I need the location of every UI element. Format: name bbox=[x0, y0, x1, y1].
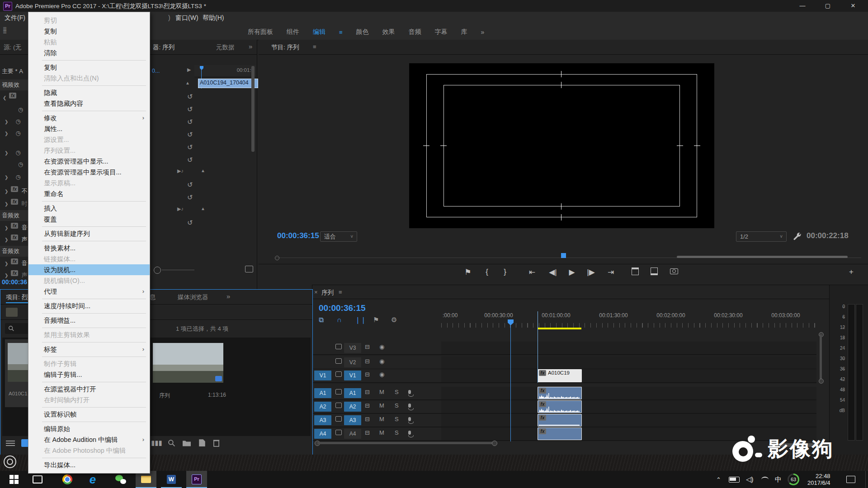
context-menu-item[interactable]: 标签› bbox=[28, 344, 150, 355]
solo-button[interactable]: S bbox=[395, 402, 399, 409]
context-menu-item[interactable]: 清除 bbox=[28, 47, 150, 58]
clip-label[interactable]: A010C1 bbox=[9, 391, 28, 396]
panel-menu-icon[interactable]: ≡ bbox=[313, 43, 316, 50]
context-menu-item[interactable]: 在源监视器中打开 bbox=[28, 384, 150, 394]
context-menu-item[interactable]: 导出媒体... bbox=[28, 460, 150, 470]
workspace-tab-所有面板[interactable]: 所有面板 bbox=[248, 28, 273, 36]
stopwatch-icon[interactable]: ◷ bbox=[18, 106, 23, 113]
lift-icon[interactable] bbox=[628, 267, 642, 277]
context-menu-item[interactable]: 禁用主剪辑效果 bbox=[28, 329, 150, 340]
info-tab-fragment[interactable]: 息 bbox=[150, 293, 156, 301]
source-patch-A3[interactable]: A3 bbox=[314, 415, 331, 425]
track-lane[interactable] bbox=[441, 414, 816, 427]
program-timecode[interactable]: 00:00:36:15 bbox=[277, 231, 319, 240]
track-output-icon[interactable]: ⊟ bbox=[365, 416, 370, 422]
show-desktop-divider[interactable] bbox=[865, 471, 866, 488]
track-lane[interactable] bbox=[441, 369, 816, 383]
program-playhead-icon[interactable] bbox=[561, 253, 566, 258]
context-menu-item[interactable]: 代理› bbox=[28, 286, 150, 297]
linked-selection-icon[interactable]: ❘❘ bbox=[355, 316, 366, 324]
context-menu-item[interactable]: 修改› bbox=[28, 113, 150, 123]
ime-indicator[interactable]: 中 bbox=[775, 471, 782, 488]
timeline-tab[interactable]: 序列 bbox=[321, 289, 334, 297]
track-output-icon[interactable]: ⊟ bbox=[365, 402, 370, 409]
track-output-icon[interactable]: ⊟ bbox=[365, 358, 370, 365]
track-eye-icon[interactable]: ◉ bbox=[379, 343, 384, 350]
minimize-button[interactable]: — bbox=[792, 0, 813, 12]
export-frame-icon[interactable] bbox=[667, 267, 681, 277]
scrubber-zoom-bar[interactable] bbox=[677, 256, 848, 258]
mini-ruler[interactable]: 00:01:0 bbox=[194, 65, 256, 77]
timeline-clip[interactable]: fxA010C19 bbox=[538, 369, 582, 382]
sequence-thumbnail[interactable] bbox=[153, 343, 223, 383]
program-monitor-tab[interactable]: 节目: 序列 bbox=[271, 43, 299, 52]
chevron-right-icon[interactable]: ❯ bbox=[5, 261, 8, 266]
track-target-A4[interactable]: A4 bbox=[344, 429, 361, 439]
chevron-right-icon[interactable]: ❯ bbox=[5, 189, 8, 194]
zoom-slider-handle[interactable] bbox=[154, 267, 161, 274]
close-panel-icon[interactable]: × bbox=[314, 289, 318, 296]
track-target-A3[interactable]: A3 bbox=[344, 415, 361, 425]
mini-timeline-clip[interactable]: A010C194_170404 bbox=[198, 79, 258, 88]
mini-timecode[interactable]: 0... bbox=[152, 68, 160, 74]
play-audio-icon[interactable]: ▶♪ bbox=[177, 206, 184, 212]
context-menu-item[interactable]: 设为脱机... bbox=[28, 264, 150, 275]
timeline-clip[interactable]: fx bbox=[538, 400, 582, 413]
workspace-tab-组件[interactable]: 组件 bbox=[287, 28, 299, 36]
context-menu-item[interactable]: 脱机编辑(O)... bbox=[28, 275, 150, 286]
scroll-up-icon[interactable]: ▲ bbox=[201, 168, 205, 173]
track-eye-icon[interactable]: ◉ bbox=[379, 358, 384, 365]
context-menu-item[interactable]: 剪切 bbox=[28, 15, 150, 26]
nested-sequence-icon[interactable]: ⧉ bbox=[319, 316, 324, 324]
context-menu-item[interactable]: 从剪辑新建序列 bbox=[28, 228, 150, 239]
panel-overflow-chevron-icon[interactable]: » bbox=[226, 292, 230, 300]
track-target-A1[interactable]: A1 bbox=[344, 388, 361, 398]
context-menu-item[interactable]: 显示原稿... bbox=[28, 178, 150, 188]
context-menu-item[interactable]: 编辑原始 bbox=[28, 423, 150, 434]
effect-controls-scrollbar[interactable] bbox=[251, 66, 255, 152]
context-menu-item[interactable]: 编辑子剪辑... bbox=[28, 369, 150, 380]
track-lock-icon[interactable] bbox=[335, 403, 342, 408]
add-marker-icon[interactable]: ⚑ bbox=[373, 316, 379, 324]
voiceover-mic-icon[interactable] bbox=[408, 416, 414, 424]
context-menu-item[interactable]: 序列设置... bbox=[28, 145, 150, 156]
timeline-settings-wrench-icon[interactable]: ⚙ bbox=[391, 316, 397, 324]
media-browser-tab[interactable]: 媒体浏览器 bbox=[178, 293, 208, 301]
play-button[interactable]: ▶ bbox=[565, 267, 579, 277]
workspace-tab-库[interactable]: 库 bbox=[461, 28, 467, 36]
context-menu-item[interactable]: 粘贴 bbox=[28, 37, 150, 47]
voiceover-mic-icon[interactable] bbox=[408, 429, 414, 437]
scrubber-left-handle[interactable] bbox=[275, 256, 279, 260]
effect-controls-tab[interactable]: 器: 序列 bbox=[153, 43, 175, 52]
timeline-timecode[interactable]: 00:00:36:15 bbox=[319, 303, 366, 313]
context-menu-item[interactable]: 链接媒体... bbox=[28, 253, 150, 264]
workspace-tab-编辑[interactable]: 编辑 bbox=[313, 28, 326, 36]
context-menu-item[interactable]: 覆盖 bbox=[28, 214, 150, 225]
chevron-right-icon[interactable]: ❯ bbox=[5, 225, 8, 230]
snap-magnet-icon[interactable]: ∩ bbox=[337, 316, 342, 324]
solo-button[interactable]: S bbox=[395, 429, 399, 436]
context-menu-item[interactable]: 在 Adobe Photoshop 中编辑 bbox=[28, 445, 150, 456]
maximize-button[interactable]: ▢ bbox=[817, 0, 838, 12]
solo-button[interactable]: S bbox=[395, 416, 399, 422]
context-menu-item[interactable]: 速度/持续时间... bbox=[28, 300, 150, 311]
track-lock-icon[interactable] bbox=[335, 416, 342, 422]
export-frame-icon[interactable] bbox=[245, 266, 253, 272]
context-menu-item[interactable]: 复制 bbox=[28, 26, 150, 37]
zoom-level-dropdown[interactable]: 适合˅ bbox=[320, 231, 357, 242]
stopwatch-icon[interactable]: ◷ bbox=[15, 174, 20, 180]
context-menu-item[interactable]: 在 Adobe Audition 中编辑› bbox=[28, 434, 150, 445]
reset-parameter-icon[interactable]: ↺ bbox=[187, 131, 193, 139]
timeline-vscrollbar[interactable] bbox=[818, 332, 824, 383]
stopwatch-icon[interactable]: ◷ bbox=[18, 161, 23, 168]
stopwatch-icon[interactable]: ◷ bbox=[15, 118, 20, 125]
step-back-icon[interactable]: ◀| bbox=[546, 267, 560, 277]
context-menu-item[interactable]: 制作子剪辑 bbox=[28, 358, 150, 369]
find-icon[interactable] bbox=[168, 439, 175, 447]
reset-parameter-icon[interactable]: ↺ bbox=[187, 143, 193, 151]
scroll-up-icon[interactable]: ▲ bbox=[185, 80, 190, 85]
sequence-label[interactable]: 序列 bbox=[159, 392, 170, 399]
stopwatch-icon[interactable]: ◷ bbox=[15, 149, 20, 156]
chevron-right-icon[interactable]: ❯ bbox=[5, 202, 8, 206]
track-lane[interactable] bbox=[441, 400, 816, 414]
